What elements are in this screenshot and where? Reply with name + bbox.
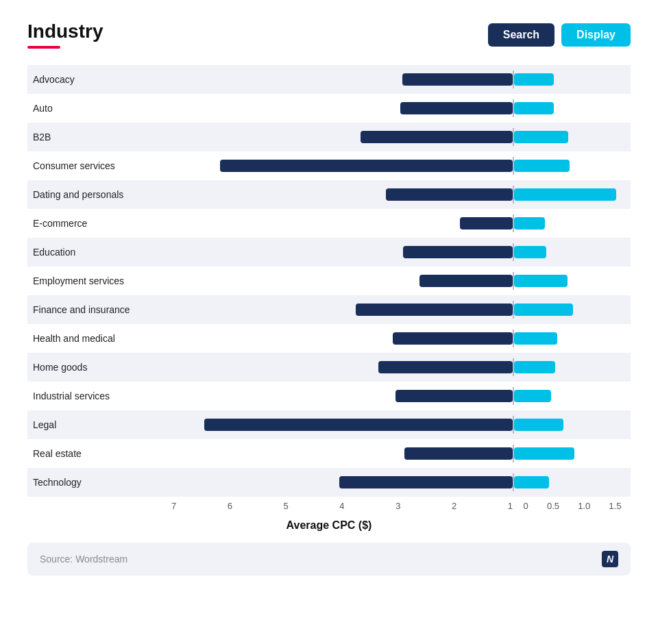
row-label: Home goods bbox=[27, 362, 171, 373]
row-label: Real estate bbox=[27, 448, 171, 459]
display-bar bbox=[514, 304, 573, 316]
bars-inner bbox=[171, 330, 631, 347]
axis-tick-label: 6 bbox=[228, 501, 232, 511]
right-section bbox=[514, 358, 631, 376]
center-line bbox=[513, 214, 514, 232]
bars-container bbox=[171, 209, 631, 238]
center-line bbox=[513, 272, 514, 290]
bars-container bbox=[171, 439, 631, 468]
display-bar bbox=[514, 332, 557, 345]
right-section bbox=[514, 186, 631, 203]
right-section bbox=[514, 272, 631, 290]
display-bar bbox=[514, 275, 568, 287]
bars-container bbox=[171, 410, 631, 439]
axis-tick-label: 4 bbox=[339, 501, 344, 511]
bars-inner bbox=[171, 157, 631, 175]
table-row: Consumer services bbox=[27, 151, 631, 180]
search-bar bbox=[220, 160, 513, 172]
left-section bbox=[171, 301, 513, 319]
axis-row: 7654321 00.51.01.5 bbox=[27, 501, 631, 511]
center-line bbox=[513, 99, 514, 117]
center-line bbox=[513, 387, 514, 405]
left-section bbox=[171, 243, 513, 261]
bars-inner bbox=[171, 387, 631, 405]
bars-inner bbox=[171, 301, 631, 319]
search-bar bbox=[403, 246, 513, 258]
display-bar bbox=[514, 102, 554, 114]
bars-container bbox=[171, 238, 631, 267]
table-row: Dating and personals bbox=[27, 180, 631, 209]
row-label: Dating and personals bbox=[27, 189, 171, 200]
bars-inner bbox=[171, 416, 631, 434]
center-line bbox=[513, 416, 514, 434]
right-section bbox=[514, 416, 631, 434]
right-section bbox=[514, 387, 631, 405]
chart-wrapper: Advocacy Auto bbox=[27, 65, 631, 511]
search-bar bbox=[400, 102, 513, 114]
left-section bbox=[171, 272, 513, 290]
axis-tick-label: 7 bbox=[171, 501, 176, 511]
left-section bbox=[171, 358, 513, 376]
search-bar bbox=[386, 188, 513, 201]
left-section bbox=[171, 99, 513, 117]
display-bar bbox=[514, 131, 568, 143]
left-section bbox=[171, 186, 513, 203]
row-label: Finance and insurance bbox=[27, 304, 171, 315]
display-legend-button[interactable]: Display bbox=[561, 23, 631, 47]
table-row: Education bbox=[27, 238, 631, 267]
title-block: Industry bbox=[27, 21, 103, 49]
axis-tick-label: 0 bbox=[524, 501, 528, 511]
search-bar bbox=[361, 131, 513, 143]
center-line bbox=[513, 157, 514, 175]
table-row: Health and medical bbox=[27, 324, 631, 353]
display-bar bbox=[514, 73, 554, 86]
center-line bbox=[513, 473, 514, 491]
display-bar bbox=[514, 361, 555, 373]
table-row: E-commerce bbox=[27, 209, 631, 238]
row-label: Employment services bbox=[27, 275, 171, 286]
search-legend-button[interactable]: Search bbox=[488, 23, 555, 47]
bars-container bbox=[171, 151, 631, 180]
display-bar bbox=[514, 447, 574, 460]
bars-container bbox=[171, 267, 631, 295]
chart-area: Advocacy Auto bbox=[27, 65, 631, 497]
display-bar bbox=[514, 188, 616, 201]
table-row: B2B bbox=[27, 123, 631, 151]
legend: Search Display bbox=[488, 23, 631, 47]
axis-tick-label: 0.5 bbox=[547, 501, 559, 511]
table-row: Industrial services bbox=[27, 382, 631, 410]
bars-inner bbox=[171, 71, 631, 88]
right-section bbox=[514, 99, 631, 117]
row-label: Consumer services bbox=[27, 160, 171, 171]
search-bar bbox=[460, 217, 513, 230]
row-label: Industrial services bbox=[27, 391, 171, 401]
table-row: Home goods bbox=[27, 353, 631, 382]
row-label: Advocacy bbox=[27, 74, 171, 85]
row-label: Health and medical bbox=[27, 333, 171, 344]
search-bar bbox=[404, 447, 513, 460]
bars-inner bbox=[171, 214, 631, 232]
search-bar bbox=[395, 390, 513, 402]
center-line bbox=[513, 301, 514, 319]
left-section bbox=[171, 157, 513, 175]
right-section bbox=[514, 128, 631, 146]
bars-container bbox=[171, 353, 631, 382]
left-section bbox=[171, 416, 513, 434]
bars-inner bbox=[171, 272, 631, 290]
row-label: B2B bbox=[27, 132, 171, 143]
left-section bbox=[171, 128, 513, 146]
left-axis-ticks-inner: 7654321 bbox=[171, 501, 513, 511]
right-section bbox=[514, 243, 631, 261]
news-icon: N bbox=[602, 551, 618, 567]
center-line bbox=[513, 71, 514, 88]
search-bar bbox=[402, 73, 513, 86]
axis-tick-label: 1 bbox=[508, 501, 513, 511]
row-label: Education bbox=[27, 247, 171, 258]
display-bar bbox=[514, 160, 570, 172]
center-line bbox=[513, 358, 514, 376]
x-axis-title: Average CPC ($) bbox=[27, 519, 631, 532]
table-row: Technology bbox=[27, 468, 631, 497]
center-line bbox=[513, 186, 514, 203]
axis-tick-label: 2 bbox=[452, 501, 456, 511]
left-section bbox=[171, 445, 513, 462]
